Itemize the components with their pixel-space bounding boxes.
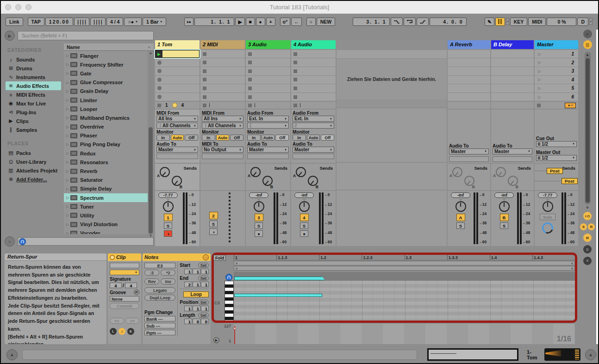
slot-stop-icon[interactable]: [203, 95, 206, 99]
scene-slot[interactable]: ▷ 5: [535, 84, 578, 93]
slot-stop-icon[interactable]: [293, 95, 297, 99]
play-button[interactable]: ▶: [235, 18, 244, 26]
start-sixteenth[interactable]: 1: [201, 269, 209, 274]
arm-button[interactable]: ◑: [164, 230, 172, 237]
slot-record-icon[interactable]: [157, 78, 162, 82]
track-header-4[interactable]: 4 Audio: [291, 40, 336, 49]
device-row[interactable]: ▷ Vinyl Distortion: [64, 220, 154, 229]
expand-icon[interactable]: ▷: [65, 178, 70, 182]
velocity-handle[interactable]: [233, 327, 236, 330]
preview-bar[interactable]: [18, 237, 154, 246]
scrollbar-thumb[interactable]: [586, 58, 590, 203]
double-time-button[interactable]: *2: [161, 270, 175, 276]
send-b-knob[interactable]: B: [464, 176, 474, 186]
reverse-button[interactable]: Rev: [144, 278, 159, 284]
session-view-button[interactable]: |||: [583, 40, 592, 49]
scene-slot[interactable]: ▷ 6: [535, 93, 578, 101]
monitor-off-button[interactable]: Off: [185, 135, 198, 141]
device-row[interactable]: ▷ Looper: [64, 105, 154, 113]
expand-icon[interactable]: ▷: [65, 160, 70, 164]
metronome-button[interactable]: ○●▼: [124, 18, 142, 26]
loop-marker-strip[interactable]: ><: [234, 261, 575, 265]
clip-color-chooser[interactable]: ▼: [110, 270, 139, 275]
output-type-chooser[interactable]: Master▼: [493, 148, 532, 154]
duplicate-loop-button[interactable]: Dupl.Loop: [144, 295, 175, 301]
slot-stop-icon[interactable]: [203, 61, 206, 64]
device-row[interactable]: ▷ Grain Delay: [64, 87, 154, 96]
place-item[interactable]: ▥ Aktuelles Projekt: [6, 166, 61, 175]
clip-detail-thumbnail[interactable]: [544, 348, 580, 361]
preview-play-button[interactable]: ▶: [5, 31, 15, 41]
quantization-menu[interactable]: 1 Bar▼: [143, 18, 166, 26]
loop-switch[interactable]: [404, 18, 416, 26]
show-sends-button[interactable]: S: [580, 223, 587, 230]
send-b-knob[interactable]: B: [508, 176, 518, 186]
monitor-auto-button[interactable]: Auto: [216, 135, 230, 141]
stop-all-clips-button[interactable]: [203, 104, 206, 107]
show-crossfade-button[interactable]: ✕: [583, 257, 592, 265]
category-item[interactable]: ◉ Max for Live: [6, 99, 61, 108]
headphone-icon[interactable]: [19, 238, 26, 245]
groove-chooser[interactable]: None: [110, 296, 139, 302]
category-item[interactable]: ∥ Samples: [6, 125, 61, 134]
scene-play-icon[interactable]: ▷: [538, 95, 541, 99]
clip-activator-icon[interactable]: [110, 255, 115, 260]
slot-stop-icon[interactable]: [203, 78, 206, 81]
time-signature-field[interactable]: 4 / 4: [106, 18, 123, 26]
category-item[interactable]: ∿ Instruments: [6, 73, 61, 81]
expand-icon[interactable]: ▷: [65, 134, 70, 138]
slot-record-icon[interactable]: [157, 95, 162, 99]
track-activator[interactable]: 3: [255, 214, 263, 221]
volume-display[interactable]: -Inf: [249, 192, 268, 198]
clip-slot[interactable]: [291, 58, 336, 67]
output-type-chooser[interactable]: No Output▼: [202, 147, 243, 153]
length-sixteenth[interactable]: 0: [201, 319, 209, 324]
slot-stop-icon[interactable]: [293, 69, 297, 73]
monitor-in-button[interactable]: In: [202, 135, 215, 141]
return-header-a[interactable]: A Reverb: [448, 40, 490, 49]
link-button[interactable]: Link: [6, 18, 23, 26]
stop-all-clips-button[interactable]: [537, 104, 541, 107]
expand-icon[interactable]: ▷: [65, 169, 70, 173]
velocity-grid[interactable]: 1/16: [234, 324, 575, 344]
monitor-auto-button[interactable]: Auto: [262, 135, 275, 141]
pan-knob[interactable]: [455, 201, 466, 212]
loop-start-marker[interactable]: >: [236, 262, 237, 265]
scroll-up-icon[interactable]: ▲: [585, 53, 591, 57]
volume-display[interactable]: -Inf: [451, 192, 470, 198]
track-activator[interactable]: A: [456, 214, 465, 221]
monitor-off-button[interactable]: Off: [321, 135, 334, 141]
end-bar[interactable]: 2: [184, 282, 192, 287]
expand-icon[interactable]: ▷: [65, 80, 70, 85]
expand-icon[interactable]: ▷: [65, 107, 70, 111]
clip-slot[interactable]: [155, 76, 200, 84]
scene-slot[interactable]: ▷ 1: [535, 50, 578, 58]
sort-icon[interactable]: ▲: [147, 45, 151, 49]
next-clip-button[interactable]: >>: [125, 318, 140, 324]
clip-slot[interactable]: [246, 58, 290, 67]
browser-scrollbar[interactable]: ▲ ▼: [148, 51, 154, 234]
input-type-chooser[interactable]: Ext. In▼: [293, 116, 334, 122]
clip-name-field[interactable]: [110, 263, 139, 268]
list-header[interactable]: Name ▲: [64, 43, 154, 51]
track-delay-field[interactable]: [156, 154, 198, 159]
search-input[interactable]: [18, 31, 154, 40]
clip-slot[interactable]: [200, 67, 245, 75]
slot-stop-icon[interactable]: [293, 52, 297, 56]
launch-tab-button[interactable]: L: [110, 328, 117, 335]
slot-stop-icon[interactable]: [293, 61, 297, 64]
expand-icon[interactable]: ▷: [65, 196, 70, 200]
velocity-stem[interactable]: [234, 326, 235, 344]
pan-knob[interactable]: [499, 201, 510, 212]
track-delay-field[interactable]: [202, 154, 243, 159]
pan-knob[interactable]: [543, 201, 553, 212]
send-b-knob[interactable]: B: [308, 176, 318, 186]
loop-end-marker[interactable]: <: [571, 267, 573, 270]
groove-hotswap-icon[interactable]: ⇄: [134, 290, 139, 295]
track-header-3[interactable]: 3 Audio: [246, 40, 290, 49]
legato-button[interactable]: Legato: [144, 287, 175, 293]
new-button[interactable]: NEW: [317, 18, 336, 26]
track-delay-field[interactable]: [247, 154, 289, 159]
master-solo-button[interactable]: Solo: [540, 214, 555, 220]
expand-icon[interactable]: ▷: [65, 54, 70, 58]
